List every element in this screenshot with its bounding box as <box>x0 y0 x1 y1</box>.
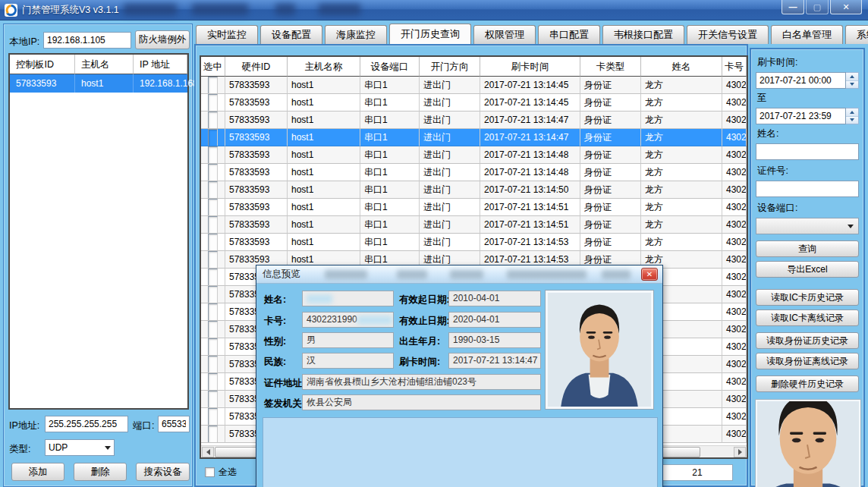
row-checkbox[interactable] <box>208 234 218 251</box>
tab-1[interactable]: 实时监控 <box>196 25 258 44</box>
table-cell: 串口1 <box>360 181 420 199</box>
read-ic-history-button[interactable]: 读取IC卡历史记录 <box>756 289 859 306</box>
read-ic-offline-button[interactable]: 读取IC卡离线记录 <box>756 309 859 326</box>
time-to-picker[interactable]: 2017-07-21 23:59 <box>756 108 859 124</box>
controller-table[interactable]: 控制板ID主机名IP 地址 57833593host1192.168.1.168 <box>8 53 189 410</box>
table-row[interactable]: 57833593host1串口1进出门2017-07-21 13:14:48身份… <box>201 146 747 164</box>
table-row[interactable]: 57833593host1串口1进出门2017-07-21 13:14:51身份… <box>201 199 747 216</box>
table-row[interactable]: 57833593host1串口1进出门2017-07-21 13:14:45身份… <box>201 77 747 94</box>
row-checkbox[interactable] <box>208 269 218 286</box>
table-cell: 身份证 <box>580 77 641 94</box>
spin-down-button[interactable] <box>846 117 858 124</box>
table-row[interactable]: 57833593host1串口1进出门2017-07-21 13:14:50身份… <box>201 181 747 199</box>
row-checkbox[interactable] <box>208 338 218 356</box>
tab-10[interactable]: 系统设置 <box>845 25 868 44</box>
table-cell: 43022 <box>722 94 747 112</box>
left-arrow-icon <box>206 449 210 455</box>
row-checkbox[interactable] <box>208 216 218 234</box>
time-to-value[interactable]: 2017-07-21 23:59 <box>756 108 846 124</box>
table-row[interactable]: 57833593host1串口1进出门2017-07-21 13:14:47身份… <box>201 129 747 146</box>
dialog-close-button[interactable]: ✕ <box>641 268 658 281</box>
row-checkbox[interactable] <box>208 286 218 303</box>
table-cell: 43022 <box>722 251 747 269</box>
select-all-checkbox[interactable] <box>205 467 215 477</box>
row-checkbox[interactable] <box>208 391 218 408</box>
local-ip-input[interactable] <box>43 32 131 49</box>
read-id-history-button[interactable]: 读取身份证历史记录 <box>756 332 859 349</box>
delete-button[interactable]: 删除 <box>74 463 127 481</box>
row-checkbox[interactable] <box>208 303 218 321</box>
table-row[interactable]: 57833593host1串口1进出门2017-07-21 13:14:53身份… <box>201 234 747 251</box>
table-row[interactable]: 57833593host1串口1进出门2017-07-21 13:14:45身份… <box>201 94 747 112</box>
controller-row[interactable]: 57833593host1192.168.1.168 <box>10 74 187 93</box>
row-checkbox[interactable] <box>208 251 218 269</box>
tab-6[interactable]: 串口配置 <box>538 25 600 44</box>
spin-down-button[interactable] <box>846 81 858 89</box>
table-cell: 2017-07-21 13:14:51 <box>480 216 580 234</box>
select-all[interactable]: 全选 <box>205 466 237 479</box>
table-cell: 43022 <box>722 321 747 338</box>
table-cell: 龙方 <box>641 164 722 181</box>
maximize-button[interactable]: ▢ <box>806 0 829 14</box>
tab-7[interactable]: 韦根接口配置 <box>602 25 684 44</box>
time-from-picker[interactable]: 2017-07-21 00:00 <box>756 72 859 89</box>
id-number-input[interactable] <box>756 181 859 197</box>
window-titlebar: 门禁管理系统V3 v3.1.1 — ▢ ✕ <box>0 0 868 20</box>
broadcast-ip-input[interactable] <box>45 416 128 432</box>
table-row[interactable]: 57833593host1串口1进出门2017-07-21 13:14:51身份… <box>201 216 747 234</box>
table-cell: 进出门 <box>420 112 480 129</box>
table-row[interactable]: 57833593host1串口1进出门2017-07-21 13:14:47身份… <box>201 112 747 129</box>
row-checkbox[interactable] <box>208 112 218 129</box>
time-from-spinner[interactable] <box>846 72 859 89</box>
read-id-offline-button[interactable]: 读取身份证离线记录 <box>756 353 859 369</box>
tab-2[interactable]: 设备配置 <box>260 25 322 44</box>
time-from-value[interactable]: 2017-07-21 00:00 <box>756 72 846 89</box>
add-button[interactable]: 添加 <box>11 463 64 481</box>
row-checkbox[interactable] <box>208 94 218 112</box>
row-checkbox[interactable] <box>208 426 218 443</box>
tab-9[interactable]: 白名单管理 <box>771 25 843 44</box>
table-cell: 43022 <box>722 408 747 426</box>
device-port-dropdown[interactable] <box>756 218 859 234</box>
port-input[interactable] <box>158 416 190 432</box>
minimize-button[interactable]: — <box>782 0 804 14</box>
local-ip-label: 本地IP: <box>9 36 39 49</box>
query-button[interactable]: 查询 <box>756 240 859 257</box>
firewall-exception-button[interactable]: 防火墙例外 <box>135 30 190 49</box>
search-device-button[interactable]: 搜索设备 <box>136 463 190 481</box>
row-checkbox[interactable] <box>208 356 218 373</box>
delete-hw-history-button[interactable]: 删除硬件历史记录 <box>756 375 859 392</box>
row-checkbox[interactable] <box>208 129 218 146</box>
row-checkbox[interactable] <box>208 77 218 94</box>
down-arrow-icon <box>850 118 854 121</box>
export-excel-button[interactable]: 导出Excel <box>756 261 859 278</box>
controller-table-header: 控制板ID主机名IP 地址 <box>10 55 187 74</box>
type-dropdown[interactable]: UDP <box>45 439 115 456</box>
close-button[interactable]: ✕ <box>830 0 862 14</box>
table-cell: host1 <box>288 216 360 234</box>
row-checkbox[interactable] <box>208 408 218 426</box>
tab-3[interactable]: 海康监控 <box>325 25 387 44</box>
time-to-spinner[interactable] <box>846 108 859 124</box>
history-col-header-5: 开门方向 <box>420 57 480 77</box>
swipe-time-label: 刷卡时间: <box>399 356 440 369</box>
tab-5[interactable]: 权限管理 <box>473 25 536 44</box>
scroll-left-arrow[interactable] <box>202 447 214 457</box>
spin-up-button[interactable] <box>846 108 858 117</box>
row-checkbox[interactable] <box>208 321 218 338</box>
row-checkbox[interactable] <box>208 373 218 391</box>
row-checkbox[interactable] <box>208 181 218 199</box>
tab-4[interactable]: 开门历史查询 <box>389 24 471 44</box>
id-address-label: 证件地址: <box>264 377 305 390</box>
scroll-right-arrow[interactable] <box>734 447 746 457</box>
device-port-label: 设备端口: <box>757 202 859 215</box>
row-checkbox[interactable] <box>208 146 218 164</box>
row-checkbox[interactable] <box>208 199 218 216</box>
name-input[interactable] <box>756 143 859 160</box>
history-table-header: 选中硬件ID主机名称设备端口开门方向刷卡时间卡类型姓名卡号 <box>201 57 747 77</box>
table-row[interactable]: 57833593host1串口1进出门2017-07-21 13:14:48身份… <box>201 164 747 181</box>
table-cell: 2017-07-21 13:14:51 <box>480 199 580 216</box>
tab-8[interactable]: 开关信号设置 <box>687 25 769 44</box>
spin-up-button[interactable] <box>846 73 858 81</box>
row-checkbox[interactable] <box>208 164 218 181</box>
